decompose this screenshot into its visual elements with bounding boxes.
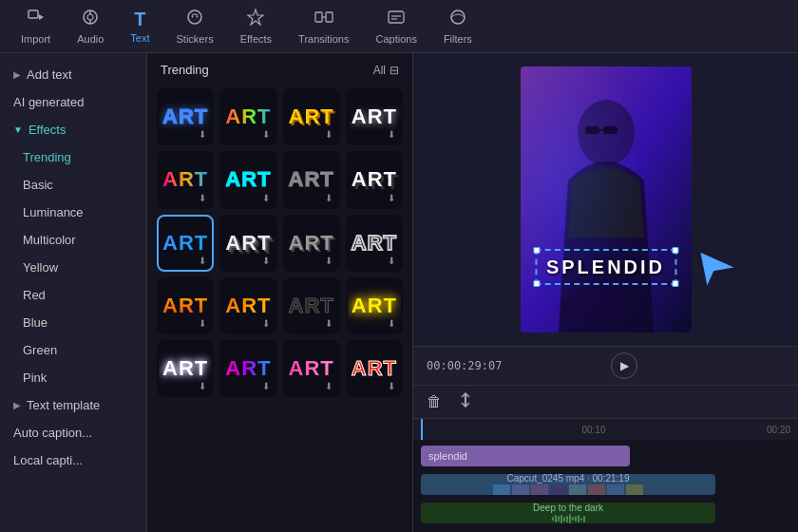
download-icon-8: ⬇	[388, 193, 395, 203]
art-cell-19[interactable]: ART ⬇	[283, 340, 340, 397]
art-text-10: ART	[225, 231, 271, 256]
sidebar-item-yellow[interactable]: Yellow	[0, 254, 146, 281]
sidebar-item-local-caption[interactable]: Local capti...	[0, 446, 146, 474]
sidebar-item-effects[interactable]: ▼ Effects	[0, 116, 146, 143]
art-cell-7[interactable]: ART ⬇	[283, 151, 340, 208]
art-cell-14[interactable]: ART ⬇	[219, 277, 276, 334]
preview-text-overlay[interactable]: SPLENDID	[535, 249, 676, 285]
art-cell-3[interactable]: ART ⬇	[283, 88, 340, 145]
wave-8	[572, 517, 574, 521]
art-text-19: ART	[289, 356, 334, 381]
nav-transitions[interactable]: Transitions	[285, 2, 362, 50]
sidebar-item-multicolor[interactable]: Multicolor	[0, 226, 146, 254]
track-clip-splendid[interactable]: splendid	[421, 446, 630, 466]
split-icon	[457, 391, 474, 408]
timeline-tracks: splendid Capcut_0245 mp4 · 00:21:19	[413, 440, 798, 529]
art-cell-12[interactable]: ART ⬇	[346, 215, 403, 272]
track-row-video: Capcut_0245 mp4 · 00:21:19	[421, 472, 790, 497]
sidebar-item-text-template[interactable]: ▶ Text template	[0, 391, 146, 419]
download-icon-13: ⬇	[199, 318, 206, 329]
filter-button[interactable]: All ⊟	[373, 64, 399, 77]
captions-icon	[387, 8, 406, 29]
clip-audio-label: Deep to the dark	[533, 503, 603, 513]
art-cell-9[interactable]: ART ⬇	[157, 215, 214, 272]
effects-arrow-icon: ▼	[13, 124, 23, 135]
nav-audio[interactable]: Audio	[64, 2, 117, 50]
sidebar-item-trending[interactable]: Trending	[0, 143, 146, 171]
audio-icon	[81, 8, 100, 29]
download-icon-6: ⬇	[262, 193, 270, 203]
svg-rect-9	[326, 12, 332, 22]
import-icon	[27, 8, 46, 29]
audio-waveform	[552, 514, 585, 523]
sidebar-item-green[interactable]: Green	[0, 336, 146, 364]
wave-5	[563, 517, 565, 522]
left-sidebar: ▶ Add text AI generated ▼ Effects Trendi…	[0, 53, 147, 532]
sidebar-item-luminance[interactable]: Luminance	[0, 199, 146, 226]
play-button[interactable]: ▶	[611, 352, 637, 379]
art-cell-5[interactable]: ART ⬇	[157, 151, 214, 208]
art-cell-15[interactable]: ART ⬇	[283, 277, 340, 334]
wave-12	[583, 516, 585, 522]
art-cell-20[interactable]: ART ⬇	[346, 340, 403, 397]
art-cell-11[interactable]: ART ⬇	[283, 215, 340, 272]
art-cell-16[interactable]: ART ⬇	[346, 277, 403, 334]
art-text-13: ART	[162, 294, 208, 318]
nav-captions[interactable]: Captions	[362, 2, 429, 50]
art-text-12: ART	[352, 231, 397, 256]
delete-tool-button[interactable]: 🗑	[427, 393, 442, 410]
download-icon-17: ⬇	[199, 381, 206, 391]
split-tool-button[interactable]	[457, 391, 474, 412]
nav-filters[interactable]: Filters	[430, 2, 485, 50]
sidebar-item-basic[interactable]: Basic	[0, 171, 146, 199]
filters-icon	[448, 8, 467, 29]
sidebar-item-blue[interactable]: Blue	[0, 309, 146, 336]
frame-1	[493, 484, 510, 495]
wave-6	[566, 516, 568, 522]
wave-3	[558, 516, 560, 522]
text-icon: T	[134, 10, 145, 28]
download-icon-2: ⬇	[262, 129, 270, 140]
track-clip-video[interactable]: Capcut_0245 mp4 · 00:21:19	[421, 474, 715, 495]
nav-effects[interactable]: Effects	[227, 2, 285, 50]
sidebar-item-pink[interactable]: Pink	[0, 364, 146, 391]
sidebar-item-add-text[interactable]: ▶ Add text	[0, 61, 146, 88]
frame-8	[626, 484, 643, 495]
art-cell-4[interactable]: ART ⬇	[346, 88, 403, 145]
art-cell-6[interactable]: ART ⬇	[219, 151, 276, 208]
wave-10	[578, 515, 580, 522]
nav-stickers[interactable]: Stickers	[163, 2, 227, 50]
nav-import[interactable]: Import	[8, 2, 64, 50]
art-text-14: ART	[225, 294, 271, 318]
handle-bl	[533, 280, 540, 287]
sidebar-label-local-caption: Local capti...	[13, 453, 83, 467]
art-cell-10[interactable]: ART ⬇	[219, 215, 276, 272]
sidebar-item-red[interactable]: Red	[0, 281, 146, 309]
playhead-marker	[421, 419, 423, 440]
stickers-icon	[185, 8, 204, 29]
download-icon-11: ⬇	[325, 256, 332, 266]
sidebar-label-ai-generated: AI generated	[13, 95, 84, 109]
svg-rect-10	[389, 11, 404, 23]
clip-video-label: Capcut_0245 mp4 · 00:21:19	[507, 474, 630, 484]
art-cell-8[interactable]: ART ⬇	[346, 151, 403, 208]
download-icon-18: ⬇	[262, 381, 270, 391]
ruler-marks: 00:10 00:20	[421, 425, 790, 435]
art-cell-18[interactable]: ART ⬇	[219, 340, 276, 397]
art-text-7: ART	[289, 167, 334, 192]
art-text-2: ART	[225, 104, 271, 129]
sidebar-item-auto-caption[interactable]: Auto caption...	[0, 419, 146, 446]
svg-point-3	[87, 14, 93, 20]
art-cell-1[interactable]: ART ⬇	[157, 88, 214, 145]
art-cell-13[interactable]: ART ⬇	[157, 277, 214, 334]
sidebar-item-ai-generated[interactable]: AI generated	[0, 88, 146, 116]
track-clip-audio[interactable]: Deep to the dark	[421, 503, 715, 523]
art-cell-2[interactable]: ART ⬇	[219, 88, 276, 145]
svg-marker-1	[39, 14, 44, 20]
art-text-17: ART	[162, 356, 208, 381]
ruler-mark-20: 00:20	[767, 425, 790, 435]
wave-1	[552, 517, 554, 521]
art-cell-17[interactable]: ART ⬇	[157, 340, 214, 397]
nav-import-label: Import	[21, 33, 50, 45]
nav-text[interactable]: T Text	[117, 4, 162, 49]
